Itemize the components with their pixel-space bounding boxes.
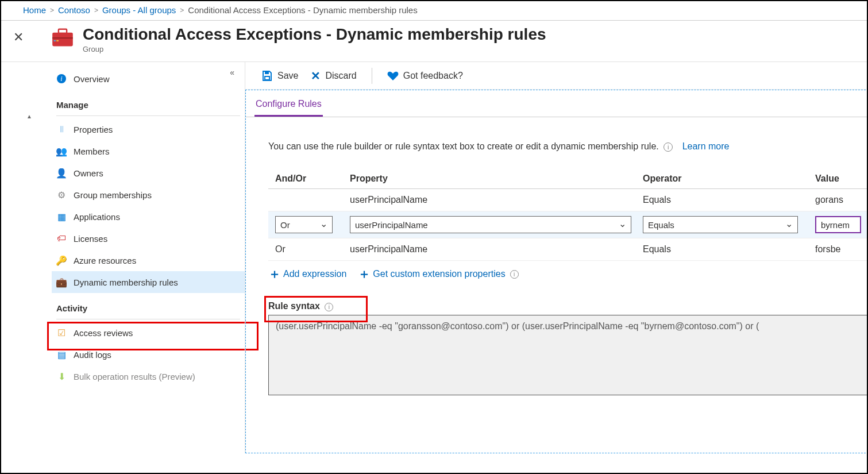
sidebar-item-members[interactable]: 👥 Members	[52, 140, 245, 162]
svg-rect-7	[265, 71, 269, 74]
svg-text:i: i	[60, 75, 62, 83]
sidebar-item-audit-logs[interactable]: ▤ Audit logs	[52, 344, 245, 365]
property-select[interactable]: userPrincipalName	[350, 216, 631, 233]
chevron-right-icon: >	[180, 6, 184, 14]
chevron-right-icon: >	[94, 6, 98, 14]
checklist-icon: ☑	[56, 327, 67, 338]
breadcrumb-home[interactable]: Home	[23, 5, 46, 15]
col-value: Value	[815, 174, 861, 184]
save-button[interactable]: Save	[261, 70, 298, 82]
operator-select[interactable]: Equals	[643, 216, 798, 233]
sidebar-item-label: Members	[74, 147, 110, 156]
sidebar-section-activity: Activity	[52, 293, 245, 317]
sidebar-item-label: Access reviews	[74, 328, 133, 338]
key-icon: 🔑	[56, 255, 67, 265]
sidebar-item-owners[interactable]: 👤 Owners	[52, 162, 245, 184]
cell-value: forsbe	[815, 244, 861, 255]
briefcase-small-icon: 💼	[56, 277, 67, 287]
save-icon	[261, 70, 273, 82]
info-icon[interactable]: i	[510, 270, 519, 279]
add-expression-label: Add expression	[283, 269, 346, 279]
rule-syntax-label: Rule syntax i	[245, 287, 868, 315]
divider	[56, 319, 240, 319]
sidebar-item-applications[interactable]: ▦ Applications	[52, 206, 245, 228]
cell-property: userPrincipalName	[350, 244, 643, 255]
col-operator: Operator	[643, 174, 815, 184]
sidebar-item-label: Properties	[74, 125, 113, 134]
sidebar-item-properties[interactable]: ⫴ Properties	[52, 118, 245, 140]
members-icon: 👥	[56, 146, 67, 156]
discard-button[interactable]: ✕ Discard	[311, 69, 356, 83]
page-header: ✕ Conditional Access Exceptions - Dynami…	[1, 21, 867, 62]
x-icon: ✕	[311, 69, 321, 83]
gear-icon: ⚙	[56, 190, 67, 200]
collapse-icon[interactable]: «	[230, 68, 234, 77]
sliders-icon: ⫴	[56, 124, 67, 134]
bulk-icon: ⬇	[56, 371, 67, 381]
sidebar-item-dynamic-membership-rules[interactable]: 💼 Dynamic membership rules	[52, 271, 245, 293]
sidebar-item-label: Azure resources	[74, 256, 136, 265]
table-row-active: Or userPrincipalName Equals byrnem	[268, 211, 868, 238]
tab-configure-rules[interactable]: Configure Rules	[254, 95, 323, 117]
scroll-up-icon[interactable]: ▲	[26, 113, 32, 120]
feedback-label: Got feedback?	[403, 71, 463, 81]
sidebar-item-bulk-operation[interactable]: ⬇ Bulk operation results (Preview)	[52, 365, 245, 387]
cell-property: userPrincipalName	[350, 195, 643, 205]
sidebar-item-label: Licenses	[74, 234, 107, 244]
description-text: You can use the rule builder or rule syn…	[268, 141, 659, 151]
sidebar-item-group-memberships[interactable]: ⚙ Group memberships	[52, 184, 245, 206]
rule-syntax-textbox[interactable]: (user.userPrincipalName -eq "goransson@c…	[268, 315, 868, 395]
breadcrumb-contoso[interactable]: Contoso	[58, 5, 90, 15]
svg-rect-8	[265, 76, 269, 80]
sidebar-item-label: Dynamic membership rules	[74, 278, 178, 287]
cell-operator: Equals	[643, 195, 815, 205]
sidebar-item-access-reviews[interactable]: ☑ Access reviews	[52, 322, 245, 344]
plus-icon: ＋	[268, 265, 281, 283]
cell-operator: Equals	[643, 244, 815, 255]
main-pane: Save ✕ Discard Got feedback? Configure R…	[245, 62, 868, 453]
breadcrumb: Home > Contoso > Groups - All groups > C…	[1, 1, 867, 21]
divider	[372, 68, 372, 84]
feedback-button[interactable]: Got feedback?	[387, 70, 463, 82]
heart-icon	[387, 70, 399, 82]
breadcrumb-groups[interactable]: Groups - All groups	[102, 5, 176, 15]
action-row: ＋ Add expression ＋ Get custom extension …	[245, 261, 868, 287]
sidebar: « i Overview Manage ⫴ Properties 👥 Membe…	[1, 62, 245, 453]
get-custom-label: Get custom extension properties	[373, 269, 505, 279]
discard-label: Discard	[325, 71, 356, 81]
rule-table: And/Or Property Operator Value userPrinc…	[268, 169, 868, 261]
sidebar-item-label: Audit logs	[74, 350, 111, 360]
svg-rect-4	[56, 40, 59, 41]
andor-select[interactable]: Or	[275, 216, 333, 233]
sidebar-item-overview[interactable]: i Overview	[52, 68, 245, 90]
sidebar-item-licenses[interactable]: 🏷 Licenses	[52, 228, 245, 249]
cell-andor: Or	[275, 244, 350, 255]
close-icon[interactable]: ✕	[1, 25, 36, 45]
briefcase-icon	[52, 28, 74, 47]
license-icon: 🏷	[56, 233, 67, 244]
owners-icon: 👤	[56, 168, 67, 178]
breadcrumb-current: Conditional Access Exceptions - Dynamic …	[188, 5, 417, 15]
info-icon[interactable]: i	[663, 142, 673, 152]
value-input[interactable]: byrnem	[815, 216, 861, 233]
page-title: Conditional Access Exceptions - Dynamic …	[83, 25, 546, 44]
learn-more-link[interactable]: Learn more	[682, 141, 730, 151]
sidebar-item-label: Applications	[74, 212, 120, 222]
toolbar: Save ✕ Discard Got feedback?	[245, 62, 868, 90]
table-row: Or userPrincipalName Equals forsbe	[268, 238, 868, 261]
grid-icon: ▦	[56, 211, 67, 222]
page-subtitle: Group	[83, 45, 546, 53]
col-andor: And/Or	[275, 174, 350, 184]
description-row: You can use the rule builder or rule syn…	[245, 117, 868, 163]
svg-rect-0	[52, 33, 73, 47]
tabbar: Configure Rules	[245, 90, 868, 117]
info-icon: i	[56, 74, 67, 84]
chevron-right-icon: >	[50, 6, 54, 14]
sidebar-item-label: Overview	[74, 74, 110, 84]
sidebar-item-azure-resources[interactable]: 🔑 Azure resources	[52, 249, 245, 271]
svg-rect-2	[59, 29, 67, 33]
sidebar-item-label: Owners	[74, 168, 103, 178]
add-expression-button[interactable]: ＋ Add expression	[268, 265, 346, 283]
get-custom-properties-button[interactable]: ＋ Get custom extension properties i	[358, 265, 518, 283]
info-icon[interactable]: i	[325, 303, 333, 311]
